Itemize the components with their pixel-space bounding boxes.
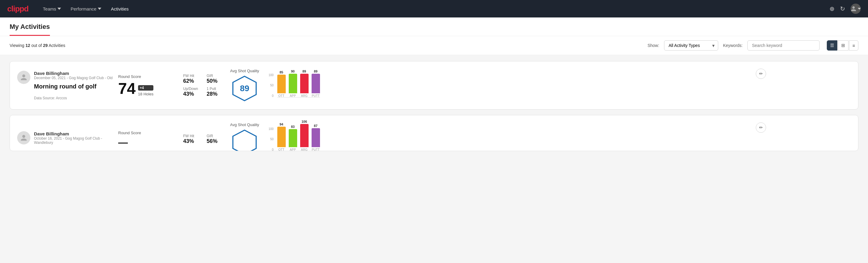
one-putt-value: 28%	[207, 91, 225, 97]
avg-quality-label: Avg Shot Quality	[230, 68, 259, 73]
user-section: Dave Billingham December 05, 2021 - Gog …	[17, 71, 114, 100]
gir-label: GIR	[207, 134, 225, 138]
chevron-down-icon	[57, 7, 61, 10]
round-score-section: Round Score —	[118, 130, 178, 148]
user-section: Dave Billingham October 16, 2021 - Gog M…	[17, 131, 114, 147]
fw-hit-stat: FW Hit 62%	[183, 74, 202, 84]
gir-stat: GIR 56%	[207, 134, 225, 144]
svg-marker-1	[233, 130, 256, 151]
user-icon	[20, 134, 27, 141]
score-row: —	[118, 137, 178, 148]
gir-stat: GIR 50%	[207, 74, 225, 84]
logo[interactable]: clippd	[7, 4, 29, 13]
edit-button[interactable]: ✏	[756, 122, 766, 133]
stats-section: FW Hit 43% GIR 56%	[183, 134, 225, 144]
round-score-section: Round Score 74 +4 18 Holes	[118, 74, 178, 96]
hexagon-wrapper: 89	[230, 75, 259, 102]
chevron-down-icon	[98, 7, 101, 10]
show-label: Show:	[648, 43, 659, 48]
gir-label: GIR	[207, 74, 225, 78]
score-value: 74	[118, 81, 136, 96]
bar-chart: 10050094OTT83APP106ARG87PUTT	[265, 127, 335, 151]
round-score-label: Round Score	[118, 74, 178, 79]
data-source: Data Source: Arccos	[34, 96, 113, 100]
refresh-icon[interactable]: ↻	[840, 5, 845, 12]
view-list-button[interactable]: ☰	[827, 40, 837, 51]
bar-chart: 10050085OTT90APP89ARG89PUTT	[265, 74, 335, 97]
chevron-down-icon	[858, 7, 861, 10]
navbar: clippd Teams Performance Activities ⊕ ↻	[0, 0, 868, 18]
one-putt-label: 1 Putt	[207, 87, 225, 91]
fw-hit-stat: FW Hit 43%	[183, 134, 202, 144]
activity-type-select[interactable]: All Activity Types	[664, 40, 718, 51]
one-putt-stat: 1 Putt 28%	[207, 87, 225, 97]
nav-teams[interactable]: Teams	[43, 6, 61, 11]
gir-value: 56%	[207, 138, 225, 144]
user-name: Dave Billingham	[34, 131, 114, 136]
nav-performance[interactable]: Performance	[71, 6, 101, 11]
updown-stat: Up/Down 43%	[183, 87, 202, 97]
view-toggle: ☰ ⊞ ≡	[827, 40, 858, 51]
user-icon	[850, 6, 857, 12]
activity-type-dropdown[interactable]: All Activity Types	[664, 40, 718, 51]
filter-bar: Viewing 12 out of 29 Activities Show: Al…	[0, 36, 868, 55]
user-info: Dave Billingham December 05, 2021 - Gog …	[34, 71, 113, 100]
fw-hit-label: FW Hit	[183, 74, 202, 78]
view-grid-button[interactable]: ⊞	[838, 40, 848, 51]
avg-quality-label: Avg Shot Quality	[230, 122, 259, 127]
viewing-text: Viewing 12 out of 29 Activities	[10, 43, 643, 48]
score-meta: +4 18 Holes	[138, 85, 153, 96]
user-date: December 05, 2021 - Gog Magog Golf Club …	[34, 76, 113, 80]
fw-hit-value: 62%	[183, 78, 202, 84]
avatar	[17, 71, 30, 84]
updown-value: 43%	[183, 91, 202, 97]
user-avatar[interactable]	[850, 4, 861, 14]
score-divider: —	[118, 137, 128, 148]
fw-hit-value: 43%	[183, 138, 202, 144]
user-icon	[20, 74, 27, 81]
edit-button[interactable]: ✏	[756, 68, 766, 79]
page-header: My Activities	[0, 18, 868, 36]
updown-label: Up/Down	[183, 87, 202, 91]
quality-section: Avg Shot Quality 89 10050085OTT90APP89AR…	[230, 68, 751, 102]
fw-hit-label: FW Hit	[183, 134, 202, 138]
activity-card: Dave Billingham October 16, 2021 - Gog M…	[10, 115, 858, 151]
search-input[interactable]	[747, 40, 819, 51]
activity-title: Morning round of golf	[34, 83, 113, 90]
avatar	[17, 131, 30, 144]
score-badge: +4	[138, 85, 153, 91]
user-date: October 16, 2021 - Gog Magog Golf Club -…	[34, 136, 114, 145]
keywords-label: Keywords:	[723, 43, 743, 48]
nav-activities[interactable]: Activities	[111, 6, 129, 11]
nav-right: ⊕ ↻	[830, 4, 861, 14]
page-title: My Activities	[10, 18, 50, 36]
content-area: Dave Billingham December 05, 2021 - Gog …	[0, 55, 868, 163]
user-info: Dave Billingham October 16, 2021 - Gog M…	[34, 131, 114, 147]
stats-section: FW Hit 62% GIR 50% Up/Down 43% 1 Putt 28…	[183, 74, 225, 97]
view-compact-button[interactable]: ≡	[849, 40, 858, 51]
hexagon-wrapper	[230, 129, 259, 151]
hex-score: 89	[240, 84, 249, 93]
score-row: 74 +4 18 Holes	[118, 81, 178, 96]
holes-text: 18 Holes	[138, 92, 153, 96]
activity-card: Dave Billingham December 05, 2021 - Gog …	[10, 61, 858, 110]
hexagon-svg	[231, 129, 258, 151]
user-name: Dave Billingham	[34, 71, 113, 76]
gir-value: 50%	[207, 78, 225, 84]
quality-section: Avg Shot Quality 10050094OTT83APP106ARG8…	[230, 122, 751, 151]
round-score-label: Round Score	[118, 130, 178, 135]
add-icon[interactable]: ⊕	[830, 5, 835, 12]
